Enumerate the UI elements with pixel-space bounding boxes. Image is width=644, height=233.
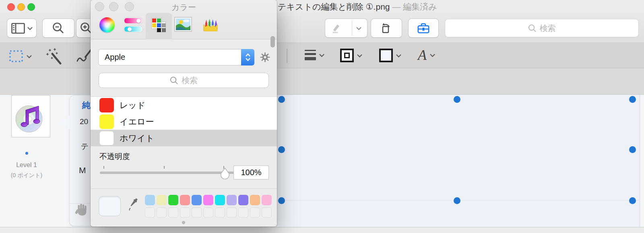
fill-style-icon xyxy=(379,49,393,62)
tab-image-palettes-icon[interactable] xyxy=(174,17,192,32)
favorite-color-swatch[interactable] xyxy=(250,195,260,205)
selection-handle[interactable] xyxy=(454,197,460,204)
chevron-up-icon xyxy=(245,53,251,57)
rotate-left-button[interactable] xyxy=(371,19,402,37)
empty-color-swatch[interactable] xyxy=(215,207,225,218)
chevron-down-icon[interactable] xyxy=(319,53,324,57)
favorite-color-swatch[interactable] xyxy=(227,195,237,205)
edited-status: 編集済み xyxy=(403,2,437,11)
color-panel: カラー xyxy=(91,0,277,227)
text-style-button[interactable]: A xyxy=(418,48,435,62)
toolbar-divider xyxy=(287,49,287,63)
instant-alpha-tool-button[interactable] xyxy=(46,47,64,65)
chevron-down-icon[interactable] xyxy=(396,54,401,57)
favorite-color-swatch[interactable] xyxy=(145,195,155,205)
selection-handle[interactable] xyxy=(629,197,636,204)
current-color-well[interactable] xyxy=(99,196,121,216)
empty-color-swatch[interactable] xyxy=(168,207,178,218)
color-search-field[interactable]: 検索 xyxy=(99,73,269,88)
opacity-slider-track[interactable] xyxy=(100,172,237,174)
highlight-split-button[interactable] xyxy=(325,19,367,37)
palette-select[interactable]: Apple xyxy=(98,49,254,65)
color-list-item[interactable]: ホワイト xyxy=(91,130,277,146)
favorite-color-swatch[interactable] xyxy=(203,195,213,205)
empty-color-swatch[interactable] xyxy=(157,207,167,218)
empty-color-swatch[interactable] xyxy=(227,207,237,218)
selection-handle[interactable] xyxy=(278,197,285,204)
favorite-color-swatch[interactable] xyxy=(168,195,178,205)
opacity-value-field[interactable]: 100% xyxy=(233,166,269,180)
favorite-color-swatch[interactable] xyxy=(192,195,202,205)
fill-color-button[interactable] xyxy=(379,49,401,62)
minimize-button[interactable] xyxy=(17,3,25,11)
app-window: テキストの編集と削除 ①.png — 編集済み 検索 xyxy=(0,0,644,233)
cyan-slider-icon xyxy=(124,26,142,32)
selected-text-region[interactable] xyxy=(277,95,640,227)
empty-color-swatch[interactable] xyxy=(250,207,260,218)
panel-divider xyxy=(91,188,277,189)
empty-color-swatch[interactable] xyxy=(192,207,202,218)
tab-color-palettes-icon[interactable] xyxy=(151,18,166,32)
selection-handle[interactable] xyxy=(278,146,285,153)
border-style-icon xyxy=(340,49,354,62)
palette-select-value: Apple xyxy=(105,53,125,62)
zoom-out-button[interactable] xyxy=(43,19,74,37)
itunes-cd-image[interactable] xyxy=(11,95,50,137)
annotation-point-dot[interactable] xyxy=(25,152,28,155)
opacity-slider-thumb[interactable] xyxy=(219,168,231,182)
search-icon xyxy=(528,24,537,33)
selection-rect-icon xyxy=(9,50,23,63)
selection-handle[interactable] xyxy=(629,96,636,103)
zoom-window-button[interactable] xyxy=(27,3,35,11)
markup-toolbox-button[interactable] xyxy=(409,19,438,37)
chevron-down-icon[interactable] xyxy=(430,53,435,57)
favorite-color-swatch[interactable] xyxy=(238,195,248,205)
empty-color-swatch[interactable] xyxy=(145,207,155,218)
empty-color-swatch[interactable] xyxy=(262,207,272,218)
slider-tick xyxy=(103,166,104,169)
tab-color-sliders-icon[interactable] xyxy=(124,18,142,35)
border-color-button[interactable] xyxy=(340,49,362,62)
slider-tick xyxy=(164,166,165,169)
callout-line-4: M xyxy=(79,166,86,175)
callout-pointer xyxy=(57,116,70,129)
favorite-color-swatch[interactable] xyxy=(157,195,167,205)
palette-settings-button[interactable] xyxy=(260,52,270,64)
color-list-item[interactable]: レッド xyxy=(91,97,277,113)
chevron-down-icon xyxy=(245,58,251,61)
toolbar-search-field[interactable]: 検索 xyxy=(445,19,638,37)
chevron-down-icon[interactable] xyxy=(357,54,362,57)
eyedropper-button[interactable] xyxy=(127,197,140,213)
panel-resize-dot[interactable] xyxy=(182,221,185,224)
chevron-down-icon[interactable] xyxy=(356,27,361,30)
favorite-color-swatch[interactable] xyxy=(262,195,272,205)
rotate-left-icon xyxy=(380,21,393,35)
selection-handle[interactable] xyxy=(629,146,636,153)
sidebar-button[interactable] xyxy=(7,19,36,37)
callout-line-1: 純 xyxy=(82,100,91,111)
list-scrollbar-thumb[interactable] xyxy=(270,36,275,47)
empty-color-swatch[interactable] xyxy=(238,207,248,218)
favorite-color-swatch[interactable] xyxy=(215,195,225,205)
sidebar-icon xyxy=(11,23,25,34)
callout-line-2: 20 xyxy=(80,117,88,126)
close-button[interactable] xyxy=(7,3,15,11)
tab-pencils-icon[interactable] xyxy=(203,17,218,31)
favorite-color-swatch[interactable] xyxy=(180,195,190,205)
color-panel-title: カラー xyxy=(91,2,277,13)
line-style-button[interactable] xyxy=(305,50,324,60)
chevron-down-icon[interactable] xyxy=(27,55,32,58)
color-panel-titlebar[interactable]: カラー xyxy=(91,0,277,39)
selection-handle[interactable] xyxy=(454,96,460,103)
select-stepper[interactable] xyxy=(241,49,254,65)
empty-color-swatch[interactable] xyxy=(203,207,213,218)
color-list-item[interactable]: イエロー xyxy=(91,113,277,130)
level-label: Level 1 xyxy=(2,161,51,169)
window-bottom-strip xyxy=(0,227,644,233)
selection-handle[interactable] xyxy=(278,96,285,103)
gear-icon xyxy=(260,52,270,63)
empty-color-swatch[interactable] xyxy=(180,207,190,218)
selection-tool-button[interactable] xyxy=(9,50,32,63)
color-swatch xyxy=(99,98,114,112)
tab-color-wheel-icon[interactable] xyxy=(99,17,115,33)
